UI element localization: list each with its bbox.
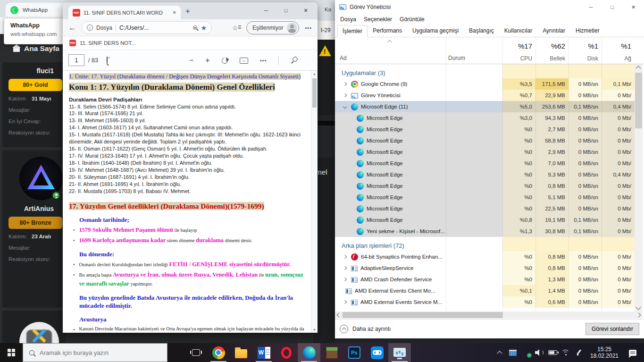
maximize-button[interactable]: □ — [602, 0, 623, 14]
column-header-cpu[interactable]: %17CPU — [502, 37, 535, 64]
favorite-star-icon[interactable]: ★ — [201, 24, 207, 32]
expander-icon[interactable] — [343, 278, 347, 281]
taskbar-search[interactable] — [23, 343, 167, 362]
taskbar-minecraft[interactable] — [320, 343, 343, 362]
defender-tray-icon[interactable]: ✓ — [520, 343, 532, 362]
horizontal-scrollbar[interactable] — [335, 311, 643, 319]
taskbar-photoshop[interactable]: Ps — [343, 343, 366, 362]
username[interactable]: fluci1 — [2, 62, 66, 75]
process-row[interactable]: Google Chrome (9)%3,5171,5 MB0 MB/sn0,1 … — [335, 78, 635, 90]
process-row[interactable]: Microsoft Edge%02,9 MB0 MB/sn0 Mb/ — [335, 146, 635, 158]
start-button[interactable] — [0, 343, 23, 362]
process-row[interactable]: Yeni sekme - Kişisel - Microsof...%1,330… — [335, 226, 635, 237]
taskbar-edge[interactable] — [298, 343, 320, 362]
collections-icon[interactable]: ☆ — [232, 24, 241, 32]
taskbar-chrome[interactable] — [207, 343, 230, 362]
process-row[interactable]: AMD External Events Service M...%00,6 MB… — [335, 296, 635, 308]
address-bar[interactable]: i Dosya C:/Users/... ★ — [82, 21, 212, 34]
pdf-more-icon[interactable]: ••• — [260, 58, 267, 63]
bookmark-item[interactable]: 11. SINIF DERS NOT... — [80, 40, 136, 46]
back-button[interactable]: ← — [68, 24, 76, 32]
menu-item[interactable]: Görüntüle — [396, 16, 428, 23]
process-row[interactable]: Microsoft Edge%05,1 MB0 MB/sn0 Mb/ — [335, 192, 635, 203]
scroll-down-icon[interactable] — [636, 304, 641, 310]
tab-kullanıcılar[interactable]: Kullanıcılar — [499, 25, 537, 37]
process-row[interactable]: Microsoft Edge%00,8 MB0 MB/sn0 Mb/ — [335, 180, 635, 192]
column-header-network[interactable]: %1Ağ — [602, 37, 635, 64]
process-row[interactable]: Görev Yöneticisi%0,722,9 MB0 MB/sn0 Mb/ — [335, 90, 635, 101]
column-header-disk[interactable]: %1Disk — [569, 37, 602, 64]
less-details-label[interactable]: Daha az ayrıntı — [352, 326, 391, 332]
vertical-scrollbar[interactable] — [635, 64, 643, 311]
taskbar-teamviewer[interactable] — [366, 343, 388, 362]
tab-performans[interactable]: Performans — [368, 25, 407, 37]
pdf-scrollbar[interactable]: ▲ ▼ — [311, 71, 318, 333]
notifications-button[interactable] — [624, 343, 641, 362]
process-row[interactable]: Microsoft Edge%0,819,1 MB0,1 MB/sn0 Mb/ — [335, 214, 635, 226]
zoom-in-button[interactable]: + — [205, 56, 209, 65]
process-row[interactable]: Microsoft Edge%02,7 MB0 MB/sn0 Mb/ — [335, 124, 635, 135]
menu-item[interactable]: Dosya — [336, 16, 360, 23]
fit-width-icon[interactable]: ↔ — [240, 58, 248, 64]
scroll-down-icon[interactable]: ▼ — [313, 328, 316, 331]
expander-icon[interactable] — [343, 93, 347, 97]
minimize-button[interactable]: ─ — [256, 2, 276, 18]
expander-icon[interactable] — [343, 82, 347, 86]
wifi-icon[interactable] — [560, 343, 571, 362]
pdf-search-icon[interactable] — [107, 56, 108, 65]
page-number-input[interactable] — [68, 54, 84, 66]
zoom-out-button[interactable]: − — [189, 56, 193, 65]
username[interactable]: ArtiAnius — [2, 200, 66, 212]
scroll-right-icon[interactable] — [636, 313, 641, 318]
end-task-button[interactable]: Görevi sonlandır — [585, 323, 639, 335]
profile-button[interactable]: Eşitlenmiyor — [246, 21, 299, 34]
taskbar-opera[interactable] — [275, 343, 298, 362]
close-button[interactable]: ✕ — [623, 0, 644, 14]
tray-expand-button[interactable] — [494, 343, 505, 362]
expander-icon[interactable] — [343, 255, 347, 259]
column-header-status[interactable]: Durum — [448, 55, 465, 61]
menu-dots-icon[interactable]: ••• — [305, 25, 312, 31]
scrollbar-thumb[interactable] — [312, 78, 317, 108]
scroll-up-icon[interactable] — [636, 66, 641, 71]
avatar[interactable] — [19, 157, 63, 200]
expander-icon[interactable] — [343, 300, 347, 304]
menu-item[interactable]: Seçenekler — [360, 16, 396, 23]
process-group-header[interactable]: Arka plan işlemleri (72) — [335, 237, 635, 251]
scroll-up-icon[interactable]: ▲ — [313, 72, 316, 76]
less-details-icon[interactable] — [340, 325, 348, 333]
tab-i̇şlemler[interactable]: İşlemler — [337, 25, 368, 37]
edge-active-tab[interactable]: PDF 11. SINIF DERS NOTLARI WORD ✕ — [68, 6, 181, 19]
process-row[interactable]: Microsoft Edge%07,0 MB0 MB/sn0 Mb/ — [335, 158, 635, 169]
pen-icon[interactable] — [573, 343, 585, 362]
battery-icon[interactable] — [547, 343, 558, 362]
search-input[interactable] — [40, 349, 148, 356]
tab-başlangıç[interactable]: Başlangıç — [464, 25, 499, 37]
tab-ayrıntılar[interactable]: Ayrıntılar — [537, 25, 570, 37]
minimize-button[interactable]: ─ — [580, 0, 602, 14]
info-icon[interactable]: i — [87, 25, 93, 31]
column-header-memory[interactable]: %62Bellek — [535, 37, 569, 64]
taskbar-clock[interactable]: 15:25 18.02.2021 — [586, 346, 622, 359]
zoom-out-icon[interactable] — [193, 25, 197, 30]
volume-icon[interactable] — [534, 343, 545, 362]
scrollbar-thumb[interactable] — [343, 312, 503, 318]
process-row[interactable]: Microsoft Edge (11)%5,0253,6 MB0,1 MB/sn… — [335, 101, 635, 112]
tab-close-icon[interactable]: ✕ — [173, 10, 176, 15]
process-row[interactable]: AdaptiveSleepService%00,8 MB0 MB/sn0 Mb/ — [335, 262, 635, 274]
process-row[interactable]: Microsoft Edge%058,8 MB0 MB/sn0 Mb/ — [335, 135, 635, 146]
taskbar-file-explorer[interactable] — [230, 343, 252, 362]
taskbar-task-manager[interactable] — [388, 343, 411, 362]
process-row[interactable]: AMD External Events Client Mo...%0,11,4 … — [335, 285, 635, 296]
tab-uygulama-geçmişi[interactable]: Uygulama geçmişi — [407, 25, 464, 37]
touchpad-tray-icon[interactable] — [507, 343, 519, 362]
close-button[interactable]: ✕ — [296, 2, 316, 18]
scrollbar-thumb[interactable] — [635, 73, 642, 128]
rotate-icon[interactable] — [220, 56, 229, 65]
taskbar-word[interactable]: W — [252, 343, 275, 362]
process-row[interactable]: Microsoft Edge%3,094,3 MB0 MB/sn0 Mb/ — [335, 112, 635, 124]
task-view-button[interactable] — [184, 343, 207, 362]
process-row[interactable]: 64-bit Synaptics Pointing Enhan...%00,8 … — [335, 251, 635, 262]
new-tab-button[interactable]: + — [185, 7, 190, 16]
pin-icon[interactable] — [291, 57, 297, 64]
